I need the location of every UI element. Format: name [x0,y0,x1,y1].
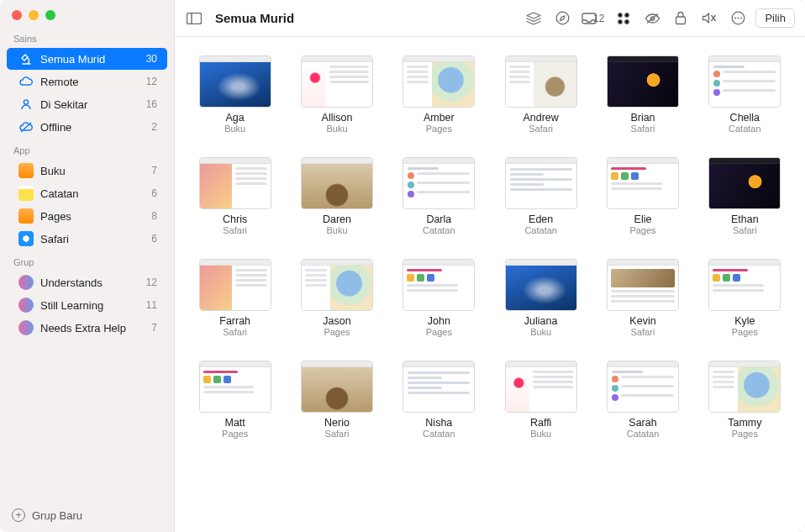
student-card[interactable]: ChrisSafari [197,157,273,235]
stack-button[interactable] [523,8,545,29]
sidebar-section-label: Grup [0,250,174,271]
sidebar-item-label: Needs Extra Help [40,322,151,334]
student-card[interactable]: BrianSafari [604,55,681,134]
select-button[interactable]: Pilih [755,8,795,28]
student-name: Ethan [731,213,759,225]
student-card[interactable]: NishaCatatan [401,361,477,439]
student-card[interactable]: KevinSafari [604,259,681,337]
sidebar-item-count: 11 [146,299,157,311]
student-card[interactable]: AmberPages [401,55,477,134]
students-grid: AgaBukuAllisonBukuAmberPagesAndrewSafari… [197,55,783,439]
student-thumbnail [402,55,475,108]
student-app: Catatan [423,429,455,439]
student-card[interactable]: JulianaBuku [502,259,579,337]
sidebar-item-safari[interactable]: Safari6 [7,228,167,250]
student-name: Elie [634,213,652,225]
student-app: Catatan [423,225,455,235]
sidebar-item-understands[interactable]: Understands12 [7,271,167,293]
cloud-off-icon [18,119,34,134]
student-card[interactable]: TammyPages [707,361,783,439]
group-icon [18,298,34,313]
student-name: Amber [424,112,455,124]
student-app: Catatan [729,124,761,134]
sidebar-item-semua-murid[interactable]: Semua Murid30 [7,48,167,70]
toolbar: Semua Murid 12 [175,0,805,37]
page-title: Semua Murid [215,11,294,25]
apps-grid-button[interactable] [613,8,634,29]
student-card[interactable]: AgaBuku [197,55,273,134]
main-area: Semua Murid 12 [175,0,805,532]
eye-off-icon [645,13,660,24]
student-app: Pages [324,327,350,337]
student-name: Tammy [728,417,761,429]
sidebar-item-count: 7 [151,322,157,334]
student-card[interactable]: KylePages [707,259,783,337]
student-name: Aga [226,112,245,124]
more-button[interactable] [727,8,749,29]
hide-button[interactable] [641,8,663,29]
mute-button[interactable] [698,8,720,29]
sidebar-item-label: Semua Murid [40,53,146,66]
students-scroll[interactable]: AgaBukuAllisonBukuAmberPagesAndrewSafari… [175,37,805,532]
student-card[interactable]: NerioSafari [298,361,375,439]
sidebar-item-di-sekitar[interactable]: Di Sekitar16 [7,93,167,115]
svg-point-21 [740,18,742,19]
student-thumbnail [301,259,373,311]
student-card[interactable]: AllisonBuku [298,55,375,134]
student-card[interactable]: SarahCatatan [604,361,681,439]
student-card[interactable]: FarrahSafari [197,259,273,337]
sidebar-item-offline[interactable]: Offline2 [7,116,167,138]
sidebar-item-count: 30 [146,53,157,65]
student-app: Buku [326,225,347,235]
minimize-window-button[interactable] [29,10,39,20]
student-app: Buku [224,124,245,134]
group-icon [18,275,34,290]
student-card[interactable]: MattPages [197,361,273,439]
new-group-button[interactable]: + Grup Baru [0,499,174,532]
sidebar-item-catatan[interactable]: Catatan6 [7,182,167,204]
student-card[interactable]: DarlaCatatan [401,157,477,235]
close-window-button[interactable] [12,10,22,20]
student-name: Nisha [425,417,452,429]
sidebar-item-buku[interactable]: Buku7 [7,160,167,182]
student-name: Sarah [629,417,656,429]
fullscreen-window-button[interactable] [45,10,55,20]
toggle-sidebar-button[interactable] [183,8,205,29]
student-name: Kevin [629,315,655,327]
student-app: Safari [631,124,655,134]
student-app: Safari [631,327,655,337]
student-thumbnail [505,157,577,209]
student-card[interactable]: ChellaCatatan [707,55,783,134]
student-card[interactable]: DarenBuku [298,157,375,235]
student-name: Juliana [524,315,558,327]
navigate-button[interactable] [551,8,573,29]
mute-icon [702,12,717,24]
student-card[interactable]: JohnPages [401,259,477,337]
sidebar-item-pages[interactable]: Pages8 [7,205,167,227]
student-thumbnail [402,157,475,209]
student-card[interactable]: RaffiBuku [502,361,579,439]
student-name: Andrew [523,112,558,124]
student-app: Safari [223,327,247,337]
lock-button[interactable] [670,8,692,29]
sidebar-item-label: Safari [40,233,151,245]
student-card[interactable]: AndrewSafari [502,55,579,134]
cloud-remote-icon [18,74,34,89]
student-name: Raffi [530,417,551,429]
stack-icon [526,12,541,25]
student-card[interactable]: EthanSafari [707,157,783,235]
student-card[interactable]: EdenCatatan [502,157,579,235]
sidebar-item-label: Buku [40,165,151,177]
student-thumbnail [708,361,781,413]
sidebar-item-remote[interactable]: Remote12 [7,71,167,92]
sidebar-item-needs-extra-help[interactable]: Needs Extra Help7 [7,317,167,339]
student-card[interactable]: EliePages [604,157,681,235]
inbox-button[interactable]: 12 [580,8,606,29]
app-icon [18,208,34,224]
student-thumbnail [505,55,577,108]
apps-icon [617,12,630,25]
student-card[interactable]: JasonPages [298,259,375,337]
student-thumbnail [199,157,271,209]
svg-point-4 [556,12,569,24]
sidebar-item-still-learning[interactable]: Still Learning11 [7,294,167,316]
